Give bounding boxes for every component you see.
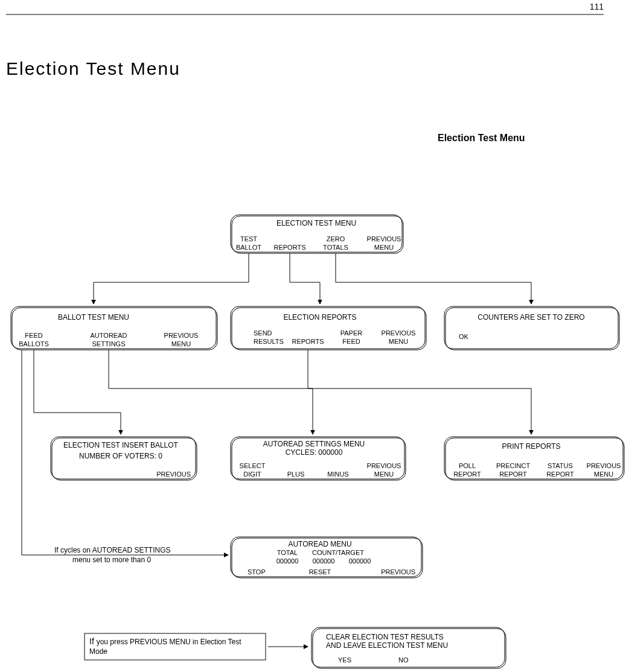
connector: [308, 350, 531, 434]
opt: BALLOTS: [19, 340, 49, 347]
opt: FEED: [342, 338, 360, 345]
opt: DIGIT: [243, 471, 261, 478]
opt: PAPER: [340, 329, 363, 337]
opt: PREVIOUS: [382, 329, 416, 337]
opt: MENU: [374, 244, 394, 251]
opt: POLL: [459, 462, 476, 469]
opt: PREVIOUS: [156, 471, 191, 478]
opt: MINUS: [327, 471, 348, 478]
opt: NO: [398, 656, 409, 664]
insert-ballot-box: ELECTION TEST INSERT BALLOT NUMBER OF VO…: [51, 437, 197, 480]
opt: PRECINCT: [496, 462, 531, 469]
box-line: CYCLES: 000000: [286, 448, 343, 457]
connector: [94, 253, 249, 304]
opt: SETTINGS: [92, 340, 125, 347]
ballot-test-menu-box: BALLOT TEST MENU FEED BALLOTS AUTOREAD S…: [11, 306, 217, 350]
box-title: BALLOT TEST MENU: [58, 313, 129, 322]
opt: YES: [338, 656, 351, 664]
box-title: COUNTERS ARE SET TO ZERO: [477, 313, 584, 322]
connector: [290, 253, 320, 304]
box-line: AND LEAVE ELECTION TEST MENU: [326, 641, 448, 650]
prev-note-l2: Mode: [89, 647, 107, 656]
val: 000000: [276, 557, 299, 565]
opt: FEED: [25, 332, 42, 339]
connector: [34, 350, 121, 434]
election-test-menu-title: ELECTION TEST MENU: [276, 219, 356, 227]
box-title: ELECTION TEST INSERT BALLOT: [63, 441, 179, 449]
opt: AUTOREAD: [91, 332, 127, 339]
clear-results-box: CLEAR ELECTION TEST RESULTS AND LEAVE EL…: [311, 627, 506, 668]
election-reports-box: ELECTION REPORTS SEND RESULTS REPORTS PA…: [231, 306, 426, 350]
box-title: AUTOREAD SETTINGS MENU: [263, 440, 365, 448]
page-title: Election Test Menu: [6, 59, 180, 78]
opt: SELECT: [240, 462, 266, 469]
opt: BALLOT: [236, 244, 261, 251]
section-heading: Election Test Menu: [438, 133, 525, 143]
opt: REPORT: [453, 471, 481, 478]
diagram: 111 Election Test Menu Election Test Men…: [0, 0, 626, 672]
box-line: NUMBER OF VOTERS: 0: [79, 452, 162, 460]
print-reports-box: PRINT REPORTS POLL REPORT PRECINCT REPOR…: [444, 437, 624, 480]
opt: PREVIOUS: [587, 462, 621, 469]
autoread-menu-box: AUTOREAD MENU TOTAL COUNT/TARGET 000000 …: [231, 537, 423, 578]
opt: PLUS: [287, 471, 305, 478]
opt: MENU: [389, 338, 408, 345]
opt: REPORT: [546, 471, 574, 478]
opt: MENU: [594, 471, 613, 478]
prev-note-box: If you press PREVIOUS MENU in Election T…: [85, 633, 266, 660]
autoread-settings-box: AUTOREAD SETTINGS MENU CYCLES: 000000 SE…: [231, 437, 406, 480]
opt: PREVIOUS: [367, 235, 401, 242]
ok-label: OK: [459, 333, 469, 340]
opt: PREVIOUS: [381, 568, 415, 575]
col-head: COUNT/TARGET: [312, 549, 364, 556]
opt: ZERO: [327, 235, 345, 242]
opt: MENU: [171, 340, 191, 347]
opt: REPORTS: [292, 338, 324, 345]
prev-note: If you press PREVIOUS MENU in Election T…: [89, 636, 241, 646]
page-number: 111: [590, 2, 604, 11]
opt: REPORTS: [274, 244, 306, 251]
opt: SEND: [254, 329, 272, 337]
connector: [336, 253, 531, 304]
opt: MENU: [374, 471, 394, 478]
box-title: AUTOREAD MENU: [288, 540, 351, 548]
opt: STOP: [248, 568, 266, 575]
connector: [109, 350, 313, 434]
opt: TEST: [240, 235, 257, 242]
val: 000000: [313, 557, 335, 565]
val: 000000: [349, 557, 371, 565]
opt: PREVIOUS: [164, 332, 199, 339]
opt: PREVIOUS: [367, 462, 401, 469]
opt: STATUS: [548, 462, 573, 469]
opt: RESET: [309, 568, 331, 575]
box-line: CLEAR ELECTION TEST RESULTS: [326, 633, 444, 641]
autoread-note-l2: menu set to more than 0: [72, 556, 151, 564]
autoread-note-l1: If cycles on AUTOREAD SETTINGS: [54, 546, 171, 554]
col-head: TOTAL: [277, 549, 298, 556]
box-title: ELECTION REPORTS: [283, 313, 356, 322]
opt: RESULTS: [254, 338, 284, 345]
election-test-menu-box: ELECTION TEST MENU TEST BALLOT REPORTS Z…: [231, 215, 403, 253]
opt: TOTALS: [323, 244, 348, 251]
counters-zero-box: COUNTERS ARE SET TO ZERO OK: [444, 306, 619, 350]
box-title: PRINT REPORTS: [502, 442, 561, 451]
opt: REPORT: [499, 471, 527, 478]
